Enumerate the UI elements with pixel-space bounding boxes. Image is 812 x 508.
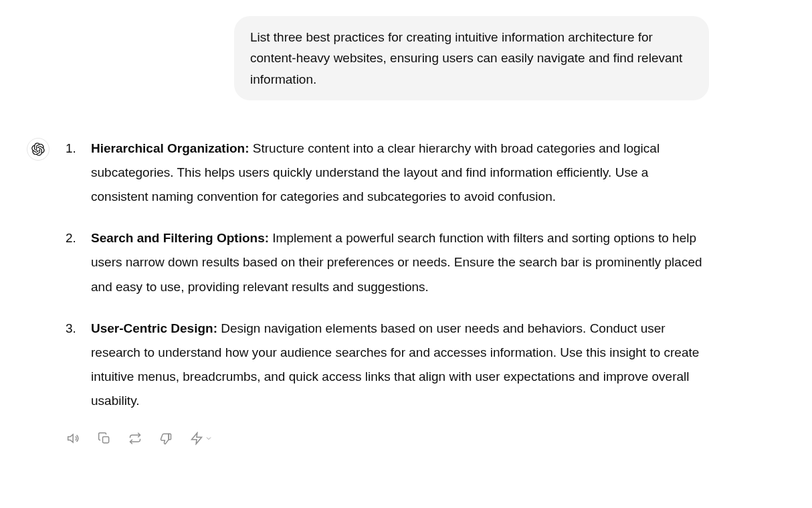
- svg-rect-0: [103, 436, 109, 442]
- openai-logo-icon: [31, 143, 45, 156]
- list-item: Search and Filtering Options: Implement …: [66, 226, 709, 299]
- assistant-row: Hierarchical Organization: Structure con…: [27, 134, 709, 446]
- chevron-down-icon: [205, 434, 213, 442]
- copy-button[interactable]: [96, 430, 112, 446]
- bad-response-button[interactable]: [158, 430, 174, 446]
- response-list: Hierarchical Organization: Structure con…: [66, 137, 709, 413]
- thumbs-down-icon: [159, 432, 173, 445]
- lightning-icon: [190, 432, 203, 445]
- speaker-icon: [67, 432, 80, 445]
- list-item: Hierarchical Organization: Structure con…: [66, 137, 709, 209]
- user-message-text: List three best practices for creating i…: [250, 30, 682, 86]
- insight-button[interactable]: [189, 430, 214, 446]
- svg-marker-1: [192, 433, 202, 444]
- action-bar: [66, 430, 709, 446]
- regenerate-button[interactable]: [127, 430, 143, 446]
- list-item-title: Search and Filtering Options:: [91, 231, 269, 245]
- list-item-title: User-Centric Design:: [91, 321, 217, 335]
- list-item: User-Centric Design: Design navigation e…: [66, 317, 709, 413]
- assistant-content: Hierarchical Organization: Structure con…: [66, 134, 709, 446]
- assistant-avatar: [27, 138, 49, 161]
- refresh-icon: [128, 432, 142, 445]
- user-message-row: List three best practices for creating i…: [80, 16, 709, 100]
- read-aloud-button[interactable]: [66, 430, 82, 446]
- user-message-bubble: List three best practices for creating i…: [234, 16, 709, 100]
- list-item-title: Hierarchical Organization:: [91, 141, 249, 155]
- copy-icon: [98, 432, 111, 445]
- chat-container: List three best practices for creating i…: [0, 0, 736, 462]
